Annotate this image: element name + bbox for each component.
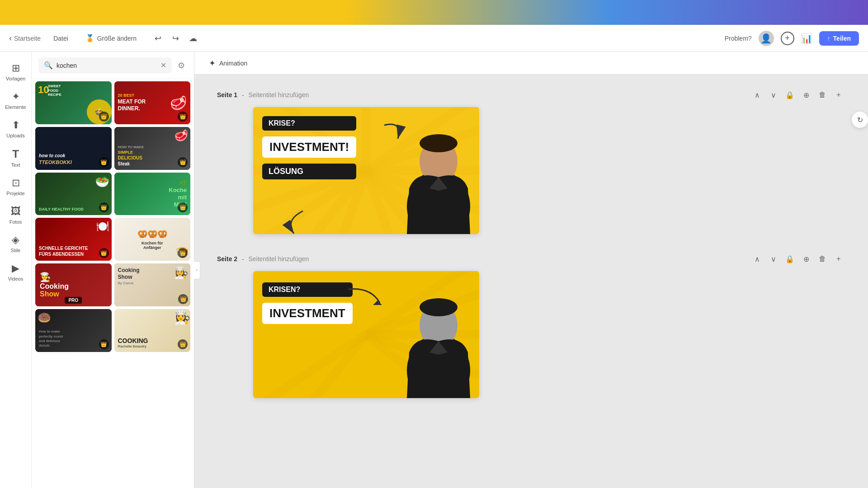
sidebar: ⊞ Vorlagen ✦ Elemente ⬆ Uploads T Text ⊡… [0, 52, 32, 488]
main-layout: ⊞ Vorlagen ✦ Elemente ⬆ Uploads T Text ⊡… [0, 52, 868, 488]
page-2-controls: ∧ ∨ 🔒 ⊕ 🗑 + [750, 252, 845, 266]
template-card-t11[interactable]: How to makeperfectly roundand deliciousd… [35, 309, 112, 352]
slide-1-investment-text: INVESTMENT! [262, 136, 356, 158]
sidebar-label-uploads: Uploads [6, 133, 24, 138]
page-1-collapse-down[interactable]: ∨ [767, 88, 780, 102]
page-2-header: Seite 2 - Seitentitel hinzufügen ∧ ∨ 🔒 ⊕… [217, 252, 845, 266]
page-2-canvas-wrap: KRISEN? INVESTMENT [217, 271, 845, 398]
sidebar-item-uploads[interactable]: ⬆ Uploads [2, 116, 29, 142]
sidebar-label-projekte: Projekte [6, 191, 24, 196]
page-2-add[interactable]: + [832, 252, 845, 266]
page-1-copy[interactable]: ⊕ [799, 88, 813, 102]
coin-icon: 🏅 [85, 34, 94, 42]
sidebar-item-videos[interactable]: ▶ Videos [2, 259, 29, 285]
template-card-t5[interactable]: DAILY HEALTHY FOOD 🥗 👑 [35, 173, 112, 216]
hide-panel-button[interactable]: ‹ [194, 261, 200, 279]
resize-button[interactable]: 🏅 Größe ändern [81, 32, 141, 44]
undo-redo-group: ↩ ↪ ☁ [150, 31, 201, 46]
search-input-wrap: 🔍 ✕ [38, 57, 172, 73]
template-card-t8[interactable]: 🥨🥨🥨 Kochen fürAnfänger 🍞 👑 [114, 218, 191, 261]
add-collaborator-button[interactable]: + [781, 32, 794, 45]
sidebar-label-videos: Videos [8, 276, 23, 282]
page-2-title: Seite 2 [217, 255, 237, 263]
page-1-delete[interactable]: 🗑 [816, 88, 829, 102]
template-card-t7[interactable]: SCHNELLE GERICHTEFÜRS ABENDESSEN 🍽️ 👑 [35, 218, 112, 261]
uploads-icon: ⬆ [12, 119, 20, 131]
template-card-t4[interactable]: HOW TO MAKE SIMPLE DELICIOUS Steak 🥩 👑 [114, 127, 191, 170]
page-2-copy[interactable]: ⊕ [799, 252, 813, 266]
slide-1-krise-text: KRISE? [262, 116, 356, 131]
page-1-add[interactable]: + [832, 88, 845, 102]
problem-button[interactable]: Problem? [725, 35, 752, 42]
animation-button[interactable]: ✦ Animation [203, 56, 253, 71]
avatar: 👤 [759, 31, 774, 46]
header-left: ‹ Startseite Datei 🏅 Größe ändern ↩ ↪ ☁ [9, 31, 716, 46]
svg-point-33 [420, 298, 458, 316]
template-card-t12[interactable]: COOKING Rachelle Beaudry 👩‍🍳 👑 [114, 309, 191, 352]
page-1-refresh-button[interactable]: ↻ [852, 112, 868, 128]
undo-button[interactable]: ↩ [150, 31, 165, 46]
template-card-t3[interactable]: how to cook TTEOKBOKKI 👑 [35, 127, 112, 170]
page-1-collapse-up[interactable]: ∧ [750, 88, 764, 102]
sidebar-label-vorlagen: Vorlagen [6, 76, 25, 81]
sidebar-label-text: Text [11, 162, 20, 168]
slide-2-person [396, 271, 479, 398]
slide-1-text-content: KRISE? INVESTMENT! LÖSUNG [262, 116, 356, 179]
save-cloud-button[interactable]: ☁ [185, 31, 201, 46]
search-icon: 🔍 [44, 61, 53, 70]
page-1-subtitle[interactable]: Seitentitel hinzufügen [248, 91, 309, 99]
slide-2-krisen-text: KRISEN? [262, 282, 353, 297]
file-menu[interactable]: Datei [50, 33, 72, 44]
search-input[interactable] [57, 62, 157, 69]
page-1-section: Seite 1 - Seitentitel hinzufügen ∧ ∨ 🔒 ⊕… [217, 88, 845, 234]
share-arrow-icon: ↑ [827, 35, 830, 42]
animation-toolbar: ✦ Animation [194, 52, 868, 75]
filter-button[interactable]: ⚙ [175, 58, 187, 73]
share-label: Teilen [833, 35, 851, 42]
page-2-lock[interactable]: 🔒 [783, 252, 797, 266]
page-1-canvas[interactable]: KRISE? INVESTMENT! LÖSUNG [253, 107, 479, 234]
sidebar-item-text[interactable]: T Text [2, 144, 29, 171]
page-2-collapse-down[interactable]: ∨ [767, 252, 780, 266]
sidebar-label-stile: Stile [11, 248, 20, 253]
clear-search-button[interactable]: ✕ [160, 61, 166, 70]
videos-icon: ▶ [12, 263, 19, 274]
redo-button[interactable]: ↪ [168, 31, 183, 46]
sidebar-item-fotos[interactable]: 🖼 Fotos [2, 202, 29, 228]
back-button[interactable]: ‹ Startseite [9, 33, 41, 43]
size-label: Größe ändern [97, 35, 137, 42]
templates-grid: 10 SWEETFOODRECIPE 🍲 👑 20 BEST MEAT FOR … [32, 79, 194, 488]
page-2-collapse-up[interactable]: ∧ [750, 252, 764, 266]
template-card-t2[interactable]: 20 BEST MEAT FOR DINNER. 🥩 👑 [114, 81, 191, 124]
vorlagen-icon: ⊞ [12, 62, 20, 74]
page-2-canvas[interactable]: KRISEN? INVESTMENT [253, 271, 479, 398]
page-1-controls: ∧ ∨ 🔒 ⊕ 🗑 + [750, 88, 845, 102]
top-decorative-bar [0, 0, 868, 25]
slide-1-background: KRISE? INVESTMENT! LÖSUNG [253, 107, 479, 234]
animation-icon: ✦ [209, 58, 216, 68]
search-bar: 🔍 ✕ ⚙ [32, 52, 194, 79]
projekte-icon: ⊡ [12, 177, 20, 189]
page-1-canvas-wrap: KRISE? INVESTMENT! LÖSUNG [217, 107, 845, 234]
sidebar-item-vorlagen[interactable]: ⊞ Vorlagen [2, 59, 29, 85]
sidebar-item-elemente[interactable]: ✦ Elemente [2, 87, 29, 113]
template-card-t10[interactable]: CookingShow By Canva 👩‍🍳 👑 [114, 263, 191, 306]
analytics-icon[interactable]: 📊 [801, 33, 812, 44]
page-1-lock[interactable]: 🔒 [783, 88, 797, 102]
page-1-title: Seite 1 [217, 91, 237, 99]
page-1-header: Seite 1 - Seitentitel hinzufügen ∧ ∨ 🔒 ⊕… [217, 88, 845, 102]
sidebar-item-stile[interactable]: ◈ Stile [2, 230, 29, 257]
slide-1-solution-text: LÖSUNG [262, 164, 356, 179]
page-2-subtitle[interactable]: Seitentitel hinzufügen [248, 255, 309, 263]
template-card-t9[interactable]: 👨‍🍳 Cooking Show PRO [35, 263, 112, 306]
sidebar-item-projekte[interactable]: ⊡ Projekte [2, 174, 29, 200]
svg-point-21 [420, 134, 458, 152]
page-2-delete[interactable]: 🗑 [816, 252, 829, 266]
text-icon: T [12, 148, 19, 160]
person-svg [398, 107, 479, 234]
share-button[interactable]: ↑ Teilen [819, 31, 859, 46]
animation-label: Animation [219, 60, 247, 67]
template-card-t6[interactable]: 🌿 Koche mit MIR! 👑 [114, 173, 191, 216]
template-card-t1[interactable]: 10 SWEETFOODRECIPE 🍲 👑 [35, 81, 112, 124]
slide-2-text-content: KRISEN? INVESTMENT [262, 282, 353, 324]
